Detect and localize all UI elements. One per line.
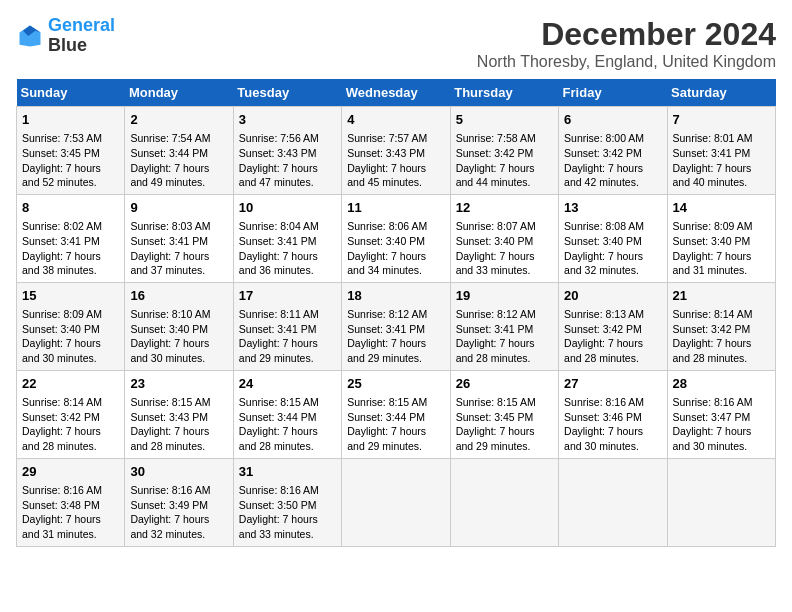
sunset: Sunset: 3:45 PM [456, 411, 534, 423]
daylight: Daylight: 7 hours and 42 minutes. [564, 162, 643, 189]
daylight: Daylight: 7 hours and 37 minutes. [130, 250, 209, 277]
calendar-cell: 16Sunrise: 8:10 AMSunset: 3:40 PMDayligh… [125, 282, 233, 370]
calendar-cell: 2Sunrise: 7:54 AMSunset: 3:44 PMDaylight… [125, 107, 233, 195]
daylight: Daylight: 7 hours and 47 minutes. [239, 162, 318, 189]
sunrise: Sunrise: 8:12 AM [456, 308, 536, 320]
daylight: Daylight: 7 hours and 28 minutes. [22, 425, 101, 452]
calendar-cell: 22Sunrise: 8:14 AMSunset: 3:42 PMDayligh… [17, 370, 125, 458]
sunrise: Sunrise: 8:04 AM [239, 220, 319, 232]
day-number: 2 [130, 111, 227, 129]
sunset: Sunset: 3:44 PM [347, 411, 425, 423]
sunrise: Sunrise: 8:15 AM [130, 396, 210, 408]
sunset: Sunset: 3:41 PM [673, 147, 751, 159]
calendar-cell: 27Sunrise: 8:16 AMSunset: 3:46 PMDayligh… [559, 370, 667, 458]
sunrise: Sunrise: 8:16 AM [130, 484, 210, 496]
sunrise: Sunrise: 8:13 AM [564, 308, 644, 320]
calendar-cell: 3Sunrise: 7:56 AMSunset: 3:43 PMDaylight… [233, 107, 341, 195]
day-number: 13 [564, 199, 661, 217]
day-number: 31 [239, 463, 336, 481]
sunset: Sunset: 3:42 PM [564, 323, 642, 335]
day-number: 12 [456, 199, 553, 217]
calendar-cell: 9Sunrise: 8:03 AMSunset: 3:41 PMDaylight… [125, 194, 233, 282]
days-header-row: SundayMondayTuesdayWednesdayThursdayFrid… [17, 79, 776, 107]
calendar-cell: 31Sunrise: 8:16 AMSunset: 3:50 PMDayligh… [233, 458, 341, 546]
daylight: Daylight: 7 hours and 30 minutes. [22, 337, 101, 364]
calendar-cell [559, 458, 667, 546]
sunrise: Sunrise: 8:16 AM [22, 484, 102, 496]
logo-text: General Blue [48, 16, 115, 56]
sunrise: Sunrise: 7:58 AM [456, 132, 536, 144]
day-number: 1 [22, 111, 119, 129]
day-header-sunday: Sunday [17, 79, 125, 107]
sunset: Sunset: 3:41 PM [347, 323, 425, 335]
sunset: Sunset: 3:50 PM [239, 499, 317, 511]
sunset: Sunset: 3:44 PM [130, 147, 208, 159]
calendar-cell [450, 458, 558, 546]
day-header-monday: Monday [125, 79, 233, 107]
main-title: December 2024 [477, 16, 776, 53]
daylight: Daylight: 7 hours and 32 minutes. [130, 513, 209, 540]
sunrise: Sunrise: 8:11 AM [239, 308, 319, 320]
daylight: Daylight: 7 hours and 49 minutes. [130, 162, 209, 189]
sunset: Sunset: 3:42 PM [564, 147, 642, 159]
calendar-cell: 1Sunrise: 7:53 AMSunset: 3:45 PMDaylight… [17, 107, 125, 195]
calendar-cell: 21Sunrise: 8:14 AMSunset: 3:42 PMDayligh… [667, 282, 775, 370]
day-number: 10 [239, 199, 336, 217]
day-header-tuesday: Tuesday [233, 79, 341, 107]
sunrise: Sunrise: 8:15 AM [347, 396, 427, 408]
daylight: Daylight: 7 hours and 32 minutes. [564, 250, 643, 277]
sunset: Sunset: 3:44 PM [239, 411, 317, 423]
day-number: 30 [130, 463, 227, 481]
sunset: Sunset: 3:41 PM [22, 235, 100, 247]
sunset: Sunset: 3:45 PM [22, 147, 100, 159]
day-number: 14 [673, 199, 770, 217]
calendar-cell: 23Sunrise: 8:15 AMSunset: 3:43 PMDayligh… [125, 370, 233, 458]
sunset: Sunset: 3:40 PM [456, 235, 534, 247]
day-number: 19 [456, 287, 553, 305]
daylight: Daylight: 7 hours and 28 minutes. [564, 337, 643, 364]
sunset: Sunset: 3:40 PM [130, 323, 208, 335]
daylight: Daylight: 7 hours and 29 minutes. [239, 337, 318, 364]
day-header-friday: Friday [559, 79, 667, 107]
calendar-cell: 4Sunrise: 7:57 AMSunset: 3:43 PMDaylight… [342, 107, 450, 195]
calendar-cell: 8Sunrise: 8:02 AMSunset: 3:41 PMDaylight… [17, 194, 125, 282]
sunset: Sunset: 3:42 PM [456, 147, 534, 159]
calendar-cell: 19Sunrise: 8:12 AMSunset: 3:41 PMDayligh… [450, 282, 558, 370]
day-number: 7 [673, 111, 770, 129]
day-number: 18 [347, 287, 444, 305]
sunrise: Sunrise: 7:56 AM [239, 132, 319, 144]
sunrise: Sunrise: 8:08 AM [564, 220, 644, 232]
sunset: Sunset: 3:43 PM [239, 147, 317, 159]
sunset: Sunset: 3:42 PM [22, 411, 100, 423]
sunset: Sunset: 3:43 PM [130, 411, 208, 423]
sunrise: Sunrise: 7:53 AM [22, 132, 102, 144]
daylight: Daylight: 7 hours and 28 minutes. [673, 337, 752, 364]
sunset: Sunset: 3:42 PM [673, 323, 751, 335]
calendar-cell: 26Sunrise: 8:15 AMSunset: 3:45 PMDayligh… [450, 370, 558, 458]
day-number: 4 [347, 111, 444, 129]
sunset: Sunset: 3:43 PM [347, 147, 425, 159]
day-number: 27 [564, 375, 661, 393]
calendar-cell: 15Sunrise: 8:09 AMSunset: 3:40 PMDayligh… [17, 282, 125, 370]
calendar-cell: 18Sunrise: 8:12 AMSunset: 3:41 PMDayligh… [342, 282, 450, 370]
day-header-wednesday: Wednesday [342, 79, 450, 107]
week-row-2: 8Sunrise: 8:02 AMSunset: 3:41 PMDaylight… [17, 194, 776, 282]
calendar-cell: 28Sunrise: 8:16 AMSunset: 3:47 PMDayligh… [667, 370, 775, 458]
sunset: Sunset: 3:40 PM [22, 323, 100, 335]
daylight: Daylight: 7 hours and 52 minutes. [22, 162, 101, 189]
sunset: Sunset: 3:40 PM [347, 235, 425, 247]
daylight: Daylight: 7 hours and 44 minutes. [456, 162, 535, 189]
daylight: Daylight: 7 hours and 28 minutes. [130, 425, 209, 452]
daylight: Daylight: 7 hours and 40 minutes. [673, 162, 752, 189]
sunrise: Sunrise: 8:02 AM [22, 220, 102, 232]
logo-icon [16, 22, 44, 50]
daylight: Daylight: 7 hours and 29 minutes. [347, 337, 426, 364]
daylight: Daylight: 7 hours and 29 minutes. [456, 425, 535, 452]
calendar-table: SundayMondayTuesdayWednesdayThursdayFrid… [16, 79, 776, 547]
header: General Blue December 2024 North Thoresb… [16, 16, 776, 71]
day-number: 3 [239, 111, 336, 129]
day-number: 16 [130, 287, 227, 305]
calendar-cell: 11Sunrise: 8:06 AMSunset: 3:40 PMDayligh… [342, 194, 450, 282]
daylight: Daylight: 7 hours and 30 minutes. [564, 425, 643, 452]
sunrise: Sunrise: 8:06 AM [347, 220, 427, 232]
